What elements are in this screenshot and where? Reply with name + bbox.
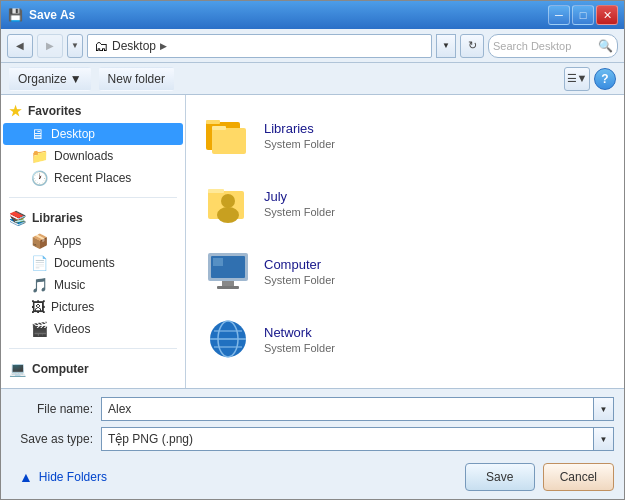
file-item-july[interactable]: July System Folder xyxy=(194,171,616,235)
file-name-libraries: Libraries xyxy=(264,121,335,136)
computer-header[interactable]: 💻 Computer xyxy=(1,357,185,381)
svg-rect-5 xyxy=(208,189,224,193)
save-as-dialog: 💾 Save As ─ □ ✕ ◀ ▶ ▼ 🗂 Desktop ▶ ▼ ↻ Se… xyxy=(0,0,625,500)
folder-icon: 🗂 xyxy=(94,38,108,54)
file-icon-network xyxy=(202,313,254,365)
dialog-title: Save As xyxy=(29,8,548,22)
documents-label: Documents xyxy=(54,256,115,270)
computer-section: 💻 Computer xyxy=(1,353,185,385)
file-item-new-folder[interactable]: New folder File folder xyxy=(194,375,616,388)
file-name-label: File name: xyxy=(11,402,101,416)
nav-item-downloads[interactable]: 📁 Downloads xyxy=(3,145,183,167)
svg-rect-2 xyxy=(212,128,246,154)
save-button[interactable]: Save xyxy=(465,463,535,491)
file-info-network: Network System Folder xyxy=(264,325,335,354)
favorites-label: Favorites xyxy=(28,104,81,118)
cancel-label: Cancel xyxy=(560,470,597,484)
file-name-network: Network xyxy=(264,325,335,340)
file-icon-computer xyxy=(202,245,254,297)
file-icon-new-folder xyxy=(202,381,254,388)
svg-rect-10 xyxy=(222,281,234,286)
star-icon: ★ xyxy=(9,103,22,119)
file-type-computer: System Folder xyxy=(264,274,335,286)
nav-item-videos[interactable]: 🎬 Videos xyxy=(3,318,183,340)
file-name-dropdown[interactable]: ▼ xyxy=(594,397,614,421)
nav-item-apps[interactable]: 📦 Apps xyxy=(3,230,183,252)
current-path: Desktop xyxy=(112,39,156,53)
nav-item-pictures[interactable]: 🖼 Pictures xyxy=(3,296,183,318)
music-icon: 🎵 xyxy=(31,277,48,293)
desktop-label: Desktop xyxy=(51,127,95,141)
search-box[interactable]: Search Desktop 🔍 xyxy=(488,34,618,58)
search-icon: 🔍 xyxy=(598,39,613,53)
close-button[interactable]: ✕ xyxy=(596,5,618,25)
favorites-header[interactable]: ★ Favorites xyxy=(1,99,185,123)
music-label: Music xyxy=(54,278,85,292)
view-button[interactable]: ☰▼ xyxy=(564,67,590,91)
favorites-section: ★ Favorites 🖥 Desktop 📁 Downloads 🕐 Rece… xyxy=(1,95,185,193)
address-field[interactable]: 🗂 Desktop ▶ xyxy=(87,34,432,58)
documents-icon: 📄 xyxy=(31,255,48,271)
file-info-july: July System Folder xyxy=(264,189,335,218)
apps-icon: 📦 xyxy=(31,233,48,249)
file-type-libraries: System Folder xyxy=(264,138,335,150)
file-icon-july xyxy=(202,177,254,229)
save-label: Save xyxy=(486,470,513,484)
pictures-icon: 🖼 xyxy=(31,299,45,315)
nav-item-documents[interactable]: 📄 Documents xyxy=(3,252,183,274)
back-button[interactable]: ◀ xyxy=(7,34,33,58)
divider-2 xyxy=(9,348,177,349)
address-dropdown-button[interactable]: ▼ xyxy=(436,34,456,58)
minimize-button[interactable]: ─ xyxy=(548,5,570,25)
file-panel: Libraries System Folder July xyxy=(186,95,624,388)
svg-rect-12 xyxy=(213,258,223,266)
file-icon-libraries xyxy=(202,109,254,161)
organize-button[interactable]: Organize ▼ xyxy=(9,67,91,91)
new-folder-label: New folder xyxy=(108,72,165,86)
nav-item-desktop[interactable]: 🖥 Desktop xyxy=(3,123,183,145)
file-name-july: July xyxy=(264,189,335,204)
cancel-button[interactable]: Cancel xyxy=(543,463,614,491)
computer-label: Computer xyxy=(32,362,89,376)
path-chevron: ▶ xyxy=(160,41,167,51)
pictures-label: Pictures xyxy=(51,300,94,314)
nav-item-music[interactable]: 🎵 Music xyxy=(3,274,183,296)
hide-folders-button[interactable]: ▲ Hide Folders xyxy=(11,469,115,485)
dialog-icon: 💾 xyxy=(7,7,23,23)
file-info-libraries: Libraries System Folder xyxy=(264,121,335,150)
file-item-libraries[interactable]: Libraries System Folder xyxy=(194,103,616,167)
save-as-type-row: Save as type: Tệp PNG (.png) ▼ xyxy=(11,427,614,451)
libraries-label: Libraries xyxy=(32,211,83,225)
svg-rect-11 xyxy=(217,286,239,289)
file-info-computer: Computer System Folder xyxy=(264,257,335,286)
save-as-type-display: Tệp PNG (.png) xyxy=(101,427,594,451)
organize-label: Organize xyxy=(18,72,67,86)
videos-icon: 🎬 xyxy=(31,321,48,337)
toolbar-right: ☰▼ ? xyxy=(564,67,616,91)
file-item-network[interactable]: Network System Folder xyxy=(194,307,616,371)
organize-dropdown-icon: ▼ xyxy=(70,72,82,86)
libraries-header[interactable]: 📚 Libraries xyxy=(1,206,185,230)
file-item-computer[interactable]: Computer System Folder xyxy=(194,239,616,303)
file-type-network: System Folder xyxy=(264,342,335,354)
save-as-type-dropdown[interactable]: ▼ xyxy=(594,427,614,451)
help-button[interactable]: ? xyxy=(594,68,616,90)
nav-item-recent-places[interactable]: 🕐 Recent Places xyxy=(3,167,183,189)
main-area: ★ Favorites 🖥 Desktop 📁 Downloads 🕐 Rece… xyxy=(1,95,624,388)
recent-places-label: Recent Places xyxy=(54,171,131,185)
svg-point-7 xyxy=(217,207,239,223)
svg-rect-1 xyxy=(206,120,220,124)
refresh-button[interactable]: ↻ xyxy=(460,34,484,58)
computer-icon: 💻 xyxy=(9,361,26,377)
desktop-icon: 🖥 xyxy=(31,126,45,142)
file-name-row: File name: ▼ xyxy=(11,397,614,421)
file-name-input[interactable] xyxy=(101,397,594,421)
new-folder-button[interactable]: New folder xyxy=(99,67,174,91)
nav-dropdown-button[interactable]: ▼ xyxy=(67,34,83,58)
maximize-button[interactable]: □ xyxy=(572,5,594,25)
hide-folders-icon: ▲ xyxy=(19,469,33,485)
videos-label: Videos xyxy=(54,322,90,336)
forward-button[interactable]: ▶ xyxy=(37,34,63,58)
file-name-computer: Computer xyxy=(264,257,335,272)
downloads-label: Downloads xyxy=(54,149,113,163)
